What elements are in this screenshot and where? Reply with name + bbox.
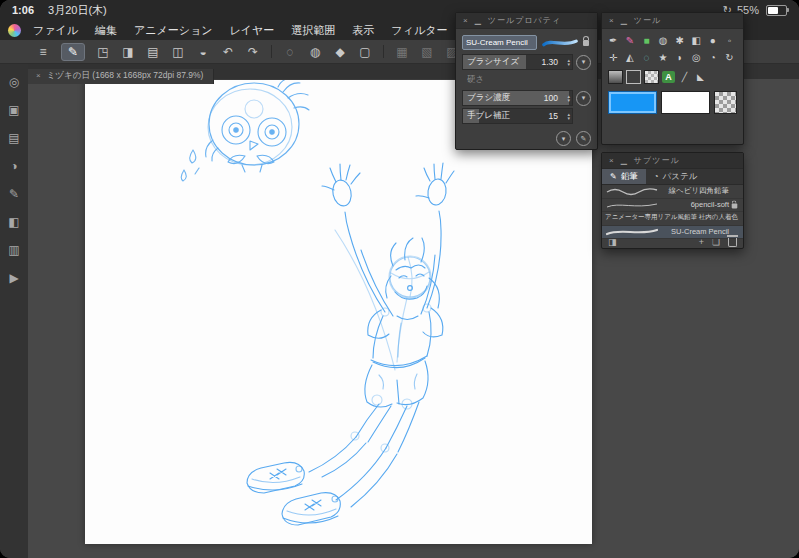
text-tool[interactable]: A: [662, 71, 675, 83]
liquify-tool[interactable]: ◦: [721, 32, 738, 49]
stabilization-stepper[interactable]: ▴▾: [567, 112, 570, 120]
pattern-swatch-icon[interactable]: [644, 70, 659, 84]
sidebar-zoom-icon[interactable]: ◎: [9, 76, 19, 89]
rotate-tool[interactable]: ↻: [721, 49, 738, 66]
panel-minimize-icon[interactable]: ▁: [621, 17, 627, 25]
panel-close-icon[interactable]: ×: [609, 17, 614, 25]
brush-density-slider[interactable]: ブラシ濃度 100 ▴▾: [462, 90, 573, 106]
marker-tool[interactable]: ■: [638, 32, 655, 49]
sidebar-layers-icon[interactable]: ▣: [8, 104, 19, 117]
auto-select-tool[interactable]: ★: [655, 49, 672, 66]
workspace-button[interactable]: ◳: [96, 44, 110, 60]
sidebar-material-icon[interactable]: ▤: [8, 132, 19, 145]
save-button[interactable]: ▤: [146, 44, 160, 60]
tab-close-icon[interactable]: ×: [36, 72, 41, 80]
airbrush-tool[interactable]: ◍: [655, 32, 672, 49]
menu-animation[interactable]: アニメーション: [134, 23, 213, 38]
panel-close-icon[interactable]: ×: [463, 17, 468, 25]
menu-file[interactable]: ファイル: [33, 23, 78, 38]
transparent-color-swatch[interactable]: [714, 91, 737, 114]
panel-close-icon[interactable]: ×: [609, 157, 614, 165]
crop-button[interactable]: ▢: [358, 44, 372, 60]
flag-tool[interactable]: ◣: [694, 71, 707, 83]
undo-button[interactable]: ↶: [221, 44, 235, 60]
import-subtool-icon[interactable]: ◨: [608, 238, 617, 247]
sidebar-timeline-icon[interactable]: ▶: [9, 272, 18, 285]
delete-subtool-icon[interactable]: [728, 238, 737, 247]
stabilization-slider[interactable]: 手ブレ補正 15 ▴▾: [462, 108, 573, 124]
current-tool-button[interactable]: ✎: [61, 43, 85, 61]
open-button[interactable]: ◫: [171, 44, 185, 60]
selected-subtool-chip[interactable]: SU-Cream Pencil: [462, 35, 537, 50]
sidebar-brush-icon[interactable]: ✎: [9, 188, 19, 201]
subtool-tab-pastel[interactable]: ◔ パステル: [646, 169, 706, 184]
edit-settings-button[interactable]: ✎: [576, 131, 591, 146]
material-button[interactable]: ▧: [420, 44, 434, 60]
frame-swatch-icon[interactable]: [626, 70, 641, 84]
zoom-tool[interactable]: ◎: [688, 49, 705, 66]
lock-icon: [583, 40, 589, 46]
pastel-icon: ◔: [654, 172, 659, 181]
brush-density-dropdown-button[interactable]: ▾: [576, 91, 591, 106]
toolbar-divider[interactable]: [271, 45, 272, 58]
subtool-panel: × ▁ サブツール ✎ 鉛筆 ◔ パステル 線ヘビリ四角鉛筆: [601, 152, 744, 249]
duplicate-subtool-icon[interactable]: ❏: [712, 238, 720, 247]
brush-size-dropdown-button[interactable]: ▾: [576, 55, 591, 70]
sidebar-navigator-icon[interactable]: ◧: [8, 216, 19, 229]
document-tab[interactable]: × ミヅキの日 (1668 x 1668px 72dpi 87.9%): [28, 69, 214, 84]
pencil-tool[interactable]: ✎: [622, 32, 639, 49]
show-all-settings-button[interactable]: ▾: [556, 131, 571, 146]
hamburger-menu-button[interactable]: ≡: [36, 44, 50, 60]
fill-button[interactable]: ◆: [333, 44, 347, 60]
brush-size-stepper[interactable]: ▴▾: [567, 58, 570, 66]
toolbar-divider[interactable]: [383, 45, 384, 58]
sidebar-color-icon[interactable]: ◑: [10, 160, 17, 173]
gradient-swatch-icon[interactable]: [608, 70, 623, 84]
subtool-item-selected[interactable]: SU-Cream Pencil: [602, 226, 743, 240]
workspace: [28, 79, 799, 558]
subtool-item[interactable]: アニメーター専用リアル風鉛筆 社内の人着色: [602, 212, 743, 226]
operation-tool[interactable]: ◭: [622, 49, 639, 66]
panel-title: サブツール: [634, 155, 680, 166]
invert-selection-button[interactable]: ◍: [308, 44, 322, 60]
grid-button[interactable]: ▦: [395, 44, 409, 60]
hardness-slider[interactable]: 硬さ: [462, 72, 573, 88]
decoration-tool[interactable]: ✱: [671, 32, 688, 49]
blend-tool[interactable]: ●: [705, 32, 722, 49]
menu-layer[interactable]: レイヤー: [230, 23, 275, 38]
subtool-item[interactable]: 線ヘビリ四角鉛筆: [602, 185, 743, 199]
subtool-tab-pencil[interactable]: ✎ 鉛筆: [602, 169, 646, 184]
sidebar-layer-property-icon[interactable]: ▥: [8, 244, 19, 257]
stroke-preview: [605, 200, 660, 210]
panel-minimize-icon[interactable]: ▁: [621, 157, 627, 165]
battery-icon: [766, 5, 787, 16]
stroke-preview: [605, 227, 660, 237]
deselect-button[interactable]: ◌: [283, 44, 297, 60]
redo-button[interactable]: ↷: [246, 44, 260, 60]
hardness-row: 硬さ ▾: [462, 73, 591, 87]
add-subtool-icon[interactable]: +: [699, 238, 704, 247]
move-tool[interactable]: ✛: [605, 49, 622, 66]
menu-view[interactable]: 表示: [352, 23, 374, 38]
document-title: ミヅキの日 (1668 x 1668px 72dpi 87.9%): [47, 70, 204, 82]
clip-studio-logo-icon[interactable]: [8, 24, 21, 37]
brush-density-stepper[interactable]: ▴▾: [567, 94, 570, 102]
eyedropper-tool[interactable]: ◗: [671, 49, 688, 66]
import-button[interactable]: ◨: [121, 44, 135, 60]
subtool-item[interactable]: 6pencil-soft: [602, 199, 743, 213]
hand-tool[interactable]: ◔: [705, 49, 722, 66]
export-button[interactable]: ◒: [196, 44, 210, 60]
main-color-swatch[interactable]: [608, 91, 657, 114]
stroke-preview: [605, 186, 660, 196]
panel-minimize-icon[interactable]: ▁: [475, 17, 481, 25]
menu-edit[interactable]: 編集: [95, 23, 117, 38]
figure-tool[interactable]: ╱: [678, 71, 691, 83]
brush-size-slider[interactable]: ブラシサイズ 1.30 ▴▾: [462, 54, 573, 70]
sub-color-swatch[interactable]: [661, 91, 710, 114]
eraser-tool[interactable]: ◧: [688, 32, 705, 49]
menu-filter[interactable]: フィルター: [391, 23, 447, 38]
brush-density-row: ブラシ濃度 100 ▴▾ ▾: [462, 91, 591, 105]
menu-selection[interactable]: 選択範囲: [291, 23, 335, 38]
pen-tool[interactable]: ✒: [605, 32, 622, 49]
marquee-tool[interactable]: ◌: [638, 49, 655, 66]
